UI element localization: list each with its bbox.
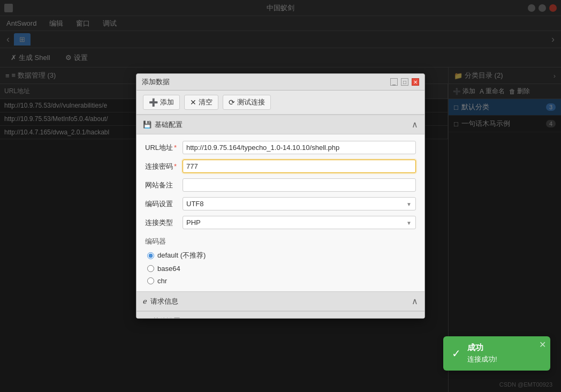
- basic-config-section-header[interactable]: 💾 基础配置 ∧: [137, 115, 424, 134]
- toast-close-button[interactable]: ✕: [539, 340, 546, 350]
- modal-title: 添加数据: [142, 77, 170, 87]
- modal-controls: _ □ ✕: [390, 78, 419, 86]
- clear-icon: ✕: [190, 98, 196, 107]
- modal-toolbar: ➕ 添加 ✕ 清空 ⟳ 测试连接: [137, 91, 424, 115]
- toast-message: 连接成功!: [467, 355, 497, 364]
- url-label: URL地址*: [145, 143, 183, 153]
- modal-test-label: 测试连接: [237, 97, 265, 107]
- password-input[interactable]: [183, 160, 416, 173]
- chevron-up-icon: ∧: [412, 316, 418, 318]
- type-select-wrapper: PHP ASP ASPX JSP: [183, 216, 416, 229]
- toast-title: 成功: [467, 343, 497, 353]
- remark-label: 网站备注: [145, 180, 183, 190]
- other-icon: ⚙: [143, 317, 149, 318]
- encoder-chr-radio[interactable]: [147, 277, 154, 284]
- check-icon: ✓: [452, 347, 461, 360]
- modal-clear-button[interactable]: ✕ 清空: [184, 95, 218, 110]
- request-info-label: 请求信息: [150, 297, 178, 306]
- modal-minimize-button[interactable]: _: [390, 78, 398, 86]
- password-field-row: 连接密码*: [145, 160, 416, 173]
- encoder-default-option[interactable]: default (不推荐): [147, 251, 416, 260]
- add-data-modal: 添加数据 _ □ ✕ ➕ 添加 ✕ 清空 ⟳ 测试连接: [136, 73, 425, 319]
- request-icon: ℯ: [143, 297, 147, 305]
- encoding-label: 编码设置: [145, 199, 183, 209]
- required-star: *: [174, 144, 177, 152]
- url-field-row: URL地址*: [145, 141, 416, 154]
- toast-content: 成功 连接成功!: [467, 343, 497, 364]
- encoding-field-row: 编码设置 UTF8 GBK GB2312: [145, 197, 416, 210]
- encoder-chr-option[interactable]: chr: [147, 277, 416, 285]
- modal-add-label: 添加: [160, 97, 174, 107]
- modal-test-button[interactable]: ⟳ 测试连接: [223, 95, 271, 110]
- add-icon: ➕: [149, 98, 158, 107]
- type-label: 连接类型: [145, 218, 183, 228]
- modal-titlebar: 添加数据 _ □ ✕: [137, 74, 424, 91]
- encoder-default-label: default (不推荐): [157, 251, 206, 260]
- encoder-base64-radio[interactable]: [147, 265, 154, 272]
- refresh-icon: ⟳: [229, 98, 235, 107]
- modal-maximize-button[interactable]: □: [401, 78, 408, 86]
- encoder-base64-option[interactable]: base64: [147, 265, 416, 273]
- modal-close-button[interactable]: ✕: [412, 78, 419, 86]
- encoder-label: 编码器: [145, 235, 416, 251]
- encoder-default-radio[interactable]: [147, 252, 154, 259]
- modal-overlay: 添加数据 _ □ ✕ ➕ 添加 ✕ 清空 ⟳ 测试连接: [0, 0, 561, 392]
- encoder-radio-group: default (不推荐) base64 chr: [145, 251, 416, 285]
- required-star: *: [174, 162, 177, 170]
- modal-clear-label: 清空: [199, 97, 213, 107]
- other-settings-label: 其他设置: [153, 316, 180, 319]
- remark-field-row: 网站备注: [145, 178, 416, 192]
- password-label: 连接密码*: [145, 162, 183, 171]
- success-toast: ✓ 成功 连接成功! ✕: [443, 336, 550, 371]
- url-input[interactable]: [183, 141, 416, 154]
- save-icon: 💾: [143, 120, 151, 129]
- encoding-select[interactable]: UTF8 GBK GB2312: [183, 197, 416, 210]
- other-settings-section-header[interactable]: ⚙ 其他设置 ∧: [137, 311, 424, 318]
- remark-input[interactable]: [183, 178, 416, 192]
- modal-add-button[interactable]: ➕ 添加: [143, 95, 180, 110]
- request-info-section-header[interactable]: ℯ 请求信息 ∧: [137, 291, 424, 311]
- encoder-base64-label: base64: [157, 265, 180, 273]
- basic-config-label: 基础配置: [155, 120, 183, 130]
- encoder-chr-label: chr: [157, 277, 167, 285]
- modal-body: 💾 基础配置 ∧ URL地址* 连接密码*: [137, 115, 424, 318]
- type-select[interactable]: PHP ASP ASPX JSP: [183, 216, 416, 229]
- type-field-row: 连接类型 PHP ASP ASPX JSP: [145, 216, 416, 229]
- encoding-select-wrapper: UTF8 GBK GB2312: [183, 197, 416, 210]
- basic-config-content: URL地址* 连接密码* 网站备注 编码设: [137, 134, 424, 291]
- chevron-up-icon: ∧: [412, 119, 418, 130]
- chevron-up-icon: ∧: [412, 296, 418, 306]
